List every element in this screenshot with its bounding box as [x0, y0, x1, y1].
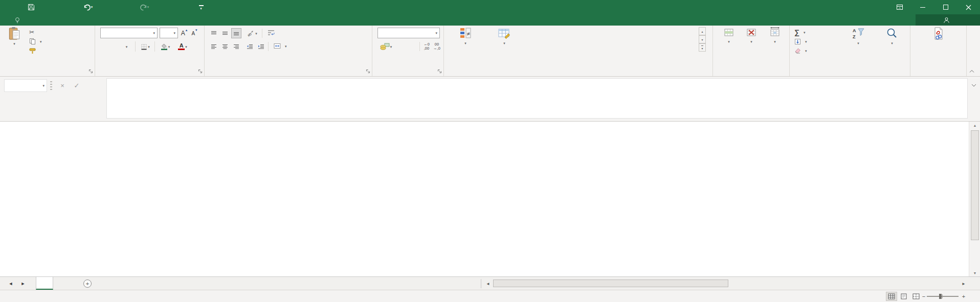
merge-center-button[interactable]: ▾: [272, 41, 288, 51]
gallery-expand-icon[interactable]: ▾: [699, 43, 706, 52]
font-color-icon[interactable]: A ▾: [175, 41, 190, 52]
sigma-icon: ∑: [794, 29, 799, 36]
decrease-indent-icon[interactable]: [244, 41, 255, 52]
increase-font-icon[interactable]: A▴: [179, 28, 189, 38]
minimize-icon[interactable]: [911, 0, 934, 14]
style-gallery: [526, 28, 698, 51]
formula-bar-expand-icon[interactable]: [971, 84, 976, 87]
confirm-entry-icon[interactable]: ✓: [71, 79, 83, 92]
new-sheet-icon[interactable]: +: [83, 280, 92, 288]
font-family-select[interactable]: ▾: [100, 28, 158, 38]
scroll-up-icon[interactable]: ▲: [969, 122, 980, 129]
clipboard-dialog-launcher-icon[interactable]: [88, 68, 94, 74]
insert-function-button[interactable]: [85, 79, 97, 92]
horizontal-scroll-thumb[interactable]: [493, 280, 728, 287]
borders-icon[interactable]: ▾: [138, 41, 152, 52]
create-pdf-button[interactable]: [923, 27, 954, 42]
increase-decimal-icon[interactable]: ←0 ,00: [421, 41, 432, 52]
insert-cells-button[interactable]: ▾: [718, 27, 740, 43]
cut-button[interactable]: ✂: [28, 28, 38, 37]
align-middle-icon[interactable]: [220, 28, 230, 38]
page-layout-view-icon[interactable]: [898, 292, 909, 301]
vertical-scrollbar[interactable]: ▲ ▼: [969, 122, 980, 276]
italic-button[interactable]: [110, 41, 121, 52]
scissors-icon: ✂: [29, 29, 34, 36]
formula-bar-handle[interactable]: [50, 81, 52, 90]
vertical-scroll-thumb[interactable]: [971, 130, 979, 240]
ribbon-display-options-icon[interactable]: [888, 0, 911, 14]
page-break-view-icon[interactable]: [910, 292, 922, 301]
paste-button[interactable]: ▾: [3, 27, 26, 45]
font-size-select[interactable]: ▾: [160, 28, 178, 38]
conditional-formatting-button[interactable]: ≠ ▾: [448, 27, 483, 45]
format-as-table-button[interactable]: ▾: [485, 27, 524, 45]
fill-color-icon[interactable]: ▾: [158, 41, 173, 52]
accounting-format-icon[interactable]: ▾: [377, 41, 394, 52]
clear-button[interactable]: ▾: [793, 46, 809, 55]
tell-me-search[interactable]: [14, 14, 24, 26]
zoom-slider-thumb[interactable]: [939, 294, 942, 299]
share-button[interactable]: [916, 14, 980, 26]
group-clipboard: ▾ ✂ ▾: [1, 26, 95, 76]
zoom-slider-track[interactable]: [927, 296, 959, 297]
hscroll-left-icon[interactable]: ◄: [484, 277, 492, 290]
svg-text:≠: ≠: [467, 31, 470, 37]
fill-button[interactable]: ▾: [793, 37, 809, 46]
format-cells-button[interactable]: ▾: [763, 27, 787, 43]
ribbon: ▾ ✂ ▾ ▾ ▾ A▴ A▾ ▾ ▾: [0, 26, 980, 77]
number-format-select[interactable]: ▾: [377, 28, 440, 38]
align-left-icon[interactable]: [209, 41, 219, 52]
number-dialog-launcher-icon[interactable]: [437, 68, 442, 74]
font-dialog-launcher-icon[interactable]: [197, 68, 203, 74]
alignment-dialog-launcher-icon[interactable]: [365, 68, 371, 74]
align-right-icon[interactable]: [231, 41, 241, 52]
maximize-icon[interactable]: [934, 0, 957, 14]
wrap-text-button[interactable]: [266, 28, 278, 37]
gallery-down-icon[interactable]: ▾: [699, 35, 706, 43]
zoom-in-icon[interactable]: +: [961, 290, 967, 302]
merge-center-icon: [274, 43, 281, 49]
copy-button[interactable]: ▾: [28, 37, 43, 46]
group-font: ▾ ▾ A▴ A▾ ▾ ▾ ▾ A ▾: [96, 26, 205, 76]
name-box-caret-icon[interactable]: ▾: [42, 84, 44, 87]
increase-indent-icon[interactable]: [256, 41, 266, 52]
gallery-up-icon[interactable]: ▴: [699, 27, 706, 35]
comma-style-icon[interactable]: [405, 41, 417, 52]
style-gallery-scroll: ▴ ▾ ▾: [699, 27, 706, 52]
next-sheet-icon[interactable]: ►: [17, 277, 29, 290]
normal-view-icon[interactable]: [886, 292, 897, 301]
find-select-button[interactable]: ▾: [876, 27, 908, 45]
prev-sheet-icon[interactable]: ◄: [5, 277, 16, 290]
scroll-down-icon[interactable]: ▼: [969, 269, 980, 276]
cancel-entry-icon[interactable]: ×: [56, 79, 69, 92]
save-icon[interactable]: [26, 0, 37, 14]
name-box[interactable]: ▾: [4, 79, 47, 92]
decrease-font-icon[interactable]: A▾: [189, 28, 199, 38]
quick-access-customize-icon[interactable]: ▾: [195, 0, 207, 14]
orientation-icon[interactable]: ab ▾: [244, 28, 260, 38]
hscroll-right-icon[interactable]: ►: [960, 277, 968, 290]
collapse-ribbon-icon[interactable]: [969, 69, 975, 73]
autosum-button[interactable]: ∑ ▾: [793, 28, 807, 37]
align-center-icon[interactable]: [220, 41, 230, 52]
undo-icon[interactable]: ▾: [81, 0, 95, 14]
ribbon-tab-bar: [0, 14, 980, 26]
format-as-table-icon: [498, 27, 511, 40]
insert-cells-icon: [723, 27, 734, 38]
bold-button[interactable]: [101, 41, 112, 52]
percent-style-icon[interactable]: [396, 41, 404, 52]
close-icon[interactable]: [957, 0, 980, 14]
align-top-icon[interactable]: [209, 28, 219, 38]
underline-button[interactable]: ▾: [120, 41, 133, 52]
fill-down-icon: [794, 38, 801, 45]
decrease-decimal-icon[interactable]: 00 →,0: [432, 41, 442, 52]
zoom-out-icon[interactable]: −: [921, 290, 927, 302]
undo-caret-icon[interactable]: ▾: [91, 5, 93, 9]
align-bottom-icon[interactable]: [231, 28, 241, 38]
lightbulb-icon: [14, 17, 20, 24]
sort-filter-button[interactable]: AZ ▾: [842, 27, 875, 45]
formula-input[interactable]: [106, 78, 968, 119]
delete-cells-button[interactable]: ▾: [741, 27, 762, 43]
format-painter-button[interactable]: [28, 46, 39, 55]
sheet-tab-sintetico[interactable]: [36, 277, 53, 290]
